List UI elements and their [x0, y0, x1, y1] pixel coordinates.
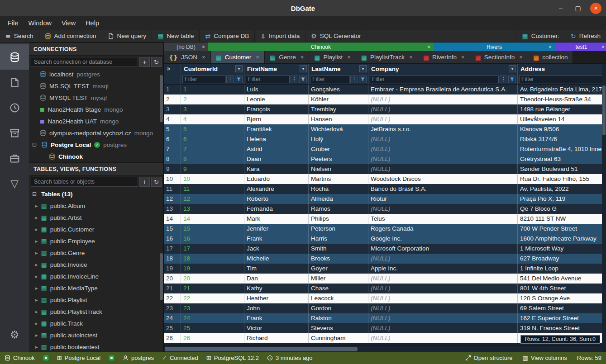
menu-item-view[interactable]: View	[57, 18, 81, 28]
filter-input-lastname[interactable]	[310, 76, 349, 83]
table-row[interactable]: 22LeonieKöhler(NULL)Theodor-Heuss-Straße…	[164, 95, 602, 104]
menu-item-help[interactable]: Help	[81, 18, 104, 28]
table-row[interactable]: 1515JenniferPetersonRogers Canada700 W P…	[164, 224, 602, 234]
sidebar-scrollbar-thumb-2[interactable]	[160, 253, 163, 300]
table-row[interactable]: 2020DanMiller(NULL)541 Del Medio Avenue	[164, 274, 602, 284]
tab-customer[interactable]: ▦Customer×	[211, 51, 265, 63]
table-row[interactable]: 2525VictorStevens(NULL)319 N. Frances St…	[164, 323, 602, 333]
activity-item-connections[interactable]	[0, 44, 29, 70]
table-row[interactable]: 2222HeatherLeacock(NULL)120 S Orange Ave	[164, 293, 602, 303]
tab-group-test1[interactable]: test1×	[555, 43, 606, 51]
chevron-right-icon[interactable]: ▸	[35, 274, 38, 279]
table-row[interactable]: 11LuísGonçalvesEmbraer - Empresa Brasile…	[164, 85, 602, 95]
connection-item-nano2health-stage[interactable]: ■Nano2Health Stagemongo	[29, 104, 163, 115]
chevron-right-icon[interactable]: ▸	[35, 286, 38, 291]
tab-sectioninfo[interactable]: ▦SectionInfo×	[470, 51, 528, 63]
table-row[interactable]: 1313FernandaRamos(NULL)Qe 7 Bloco G	[164, 204, 602, 214]
table-row[interactable]: 33FrançoisTremblay(NULL)1498 rue Bélange…	[164, 104, 602, 114]
table-item-public-mediatype[interactable]: ▸▦public.MediaType	[29, 282, 163, 294]
table-row[interactable]: 2323JohnGordon(NULL)69 Salem Street	[164, 303, 602, 313]
funnel-icon[interactable]	[235, 76, 243, 83]
filter-menu-icon[interactable]: ⋮	[226, 76, 234, 83]
table-item-public-booleantest[interactable]: ▸▦public.booleantest	[29, 341, 163, 352]
column-header-company[interactable]: Company▾	[368, 64, 518, 74]
table-item-public-invoice[interactable]: ▸▦public.Invoice	[29, 259, 163, 270]
table-row[interactable]: 66HelenaHolý(NULL)Rilská 3174/6	[164, 134, 602, 144]
close-button[interactable]: ×	[590, 3, 601, 14]
vertical-scrollbar-thumb[interactable]	[602, 85, 606, 135]
chevron-right-icon[interactable]: ▸	[35, 345, 38, 350]
close-icon[interactable]: ×	[601, 44, 605, 50]
tab-group-rivers[interactable]: Rivers×	[434, 43, 555, 51]
chevron-right-icon[interactable]: ▸	[35, 262, 38, 267]
table-item-public-customer[interactable]: ▸▦public.Customer	[29, 223, 163, 235]
connection-item-ms-sql-test[interactable]: MS SQL TESTmssql	[29, 80, 163, 92]
activity-item-queries[interactable]	[0, 70, 29, 95]
vertical-scrollbar[interactable]	[602, 64, 606, 345]
tables-search-input[interactable]	[31, 177, 138, 187]
table-row[interactable]: 2424FrankRalston(NULL)162 E Superior Str…	[164, 313, 602, 323]
chevron-right-icon[interactable]: ▸	[35, 333, 38, 338]
close-icon[interactable]: ×	[549, 44, 552, 50]
filter-menu-icon[interactable]: ⋮	[350, 76, 358, 83]
close-icon[interactable]: ×	[347, 54, 351, 61]
table-item-public-playlist[interactable]: ▸▦public.Playlist	[29, 294, 163, 306]
tab-riverinfo[interactable]: ▦RiverInfo×	[418, 51, 470, 63]
table-item-public-genre[interactable]: ▸▦public.Genre	[29, 247, 163, 259]
filter-menu-icon[interactable]: ⋮	[291, 76, 298, 83]
chevron-right-icon[interactable]: ▸	[35, 309, 38, 314]
sidebar-scrollbar-thumb[interactable]	[160, 75, 163, 122]
table-row[interactable]: 2121KathyChase(NULL)801 W 4th Street	[164, 284, 602, 293]
collapse-icon[interactable]: ⊟	[32, 142, 38, 148]
toolbar-button-new-query[interactable]: New query	[102, 30, 153, 42]
column-header-customerid[interactable]: CustomerId▾	[181, 64, 244, 74]
activity-item-settings[interactable]: ⚙	[0, 322, 29, 347]
close-icon[interactable]: ×	[427, 44, 430, 50]
tab-collection[interactable]: ▦collection	[528, 51, 573, 63]
connections-search-input[interactable]	[31, 57, 138, 67]
filter-input-firstname[interactable]	[246, 76, 290, 83]
connection-item-mysql-test[interactable]: MYSQL TESTmysql	[29, 92, 163, 104]
connection-item-nano2health-uat[interactable]: ■Nano2Health UATmongo	[29, 115, 163, 127]
filter-input-company[interactable]	[370, 76, 499, 83]
table-item-public-playlisttrack[interactable]: ▸▦public.PlaylistTrack	[29, 306, 163, 317]
table-row[interactable]: 99KaraNielsen(NULL)Sønder Boulevard 51	[164, 164, 602, 174]
filter-input-address[interactable]	[519, 76, 606, 83]
chevron-right-icon[interactable]: ▸	[35, 251, 38, 255]
table-row[interactable]: 88DaanPeeters(NULL)Grétrystraat 63	[164, 154, 602, 164]
table-item-public-artist[interactable]: ▸▦public.Artist	[29, 212, 163, 223]
table-row[interactable]: 1111AlexandreRochaBanco do Brasil S.A.Av…	[164, 184, 602, 194]
table-row[interactable]: 1717JackSmithMicrosoft Corporation1 Micr…	[164, 244, 602, 254]
table-row[interactable]: 1818MichelleBrooks(NULL)627 Broadway	[164, 254, 602, 264]
toolbar-button-refresh[interactable]: ↻Refresh	[565, 30, 606, 42]
filter-menu-icon[interactable]: ⋮	[500, 76, 507, 83]
chevron-right-icon[interactable]: ▸	[35, 227, 38, 232]
tables-group-header[interactable]: ⊟Tables (13)	[29, 188, 163, 200]
connection-item-chinook[interactable]: Chinook	[29, 151, 163, 162]
toolbar-button-add-connection[interactable]: Add connection	[39, 30, 102, 42]
close-icon[interactable]: ×	[409, 54, 413, 61]
chevron-right-icon[interactable]: ▸	[35, 321, 38, 326]
chevron-right-icon[interactable]: ▸	[35, 215, 38, 220]
chevron-down-icon[interactable]: ▾	[359, 65, 367, 72]
activity-item-archive[interactable]	[0, 120, 29, 146]
toolbar-button-import-data[interactable]: ⇩Import data	[255, 30, 305, 42]
chevron-down-icon[interactable]: ▾	[300, 65, 307, 72]
horizontal-scrollbar[interactable]	[164, 345, 602, 352]
table-item-public-album[interactable]: ▸▦public.Album	[29, 200, 163, 212]
toolbar-button-compare-db[interactable]: ⇄Compare DB	[200, 30, 255, 42]
minimize-button[interactable]: –	[556, 3, 566, 13]
tab-group-no-db[interactable]: (no DB)×	[164, 43, 208, 51]
close-icon[interactable]: ×	[256, 54, 259, 61]
menu-item-file[interactable]: File	[3, 18, 23, 28]
column-header-lastname[interactable]: LastName▾	[309, 64, 368, 74]
table-row[interactable]: 55FrantišekWichterlováJetBrains s.r.o.Kl…	[164, 124, 602, 134]
menu-item-window[interactable]: Window	[23, 18, 57, 28]
table-row[interactable]: 1414MarkPhilipsTelus8210 111 ST NW	[164, 214, 602, 224]
table-row[interactable]: 77AstridGruber(NULL)Rotenturmstraße 4, 1…	[164, 144, 602, 154]
tables-plus-icon[interactable]: +	[139, 177, 150, 187]
tab-playlisttrack[interactable]: ▦PlaylistTrack×	[356, 51, 418, 63]
close-icon[interactable]: ×	[461, 54, 465, 61]
filter-input-customerid[interactable]	[182, 76, 225, 83]
toolbar-button-customer[interactable]: ▦Customer:	[516, 30, 565, 42]
